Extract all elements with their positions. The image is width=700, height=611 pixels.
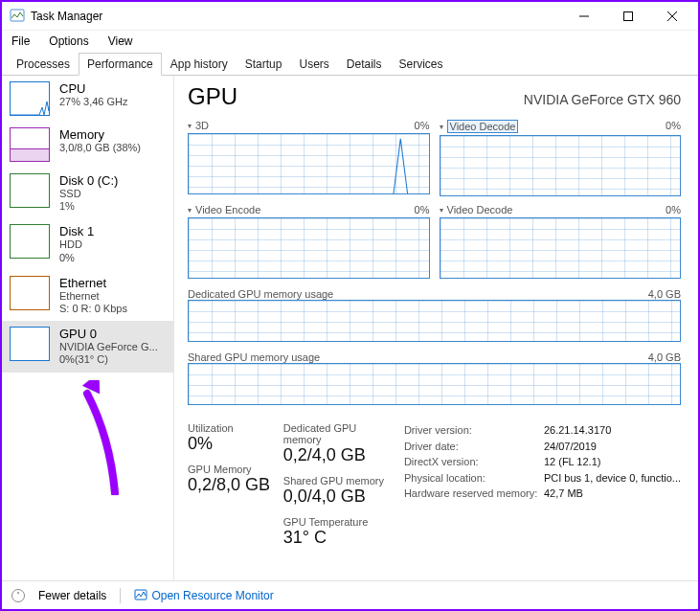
maximize-button[interactable] — [606, 2, 650, 31]
disk1-thumb — [10, 224, 50, 259]
open-resource-monitor-link[interactable]: Open Resource Monitor — [134, 589, 273, 602]
dedicated-mem-max: 4,0 GB — [648, 288, 681, 300]
loc-k: Physical location: — [404, 470, 538, 487]
graph-video-decode[interactable] — [440, 135, 682, 196]
tab-users[interactable]: Users — [290, 53, 337, 76]
menubar: File Options View — [2, 31, 698, 52]
graph-video-decode-label[interactable]: Video Decode — [447, 120, 519, 133]
sidebar-item-disk1[interactable]: Disk 1 HDD 0% — [2, 218, 173, 269]
util-value: 0% — [188, 434, 272, 454]
ded-value: 0,2/4,0 GB — [283, 445, 393, 465]
minimize-button[interactable] — [562, 2, 606, 31]
graph-3d-label[interactable]: 3D — [195, 120, 209, 131]
window-title: Task Manager — [31, 10, 562, 23]
memory-thumb — [10, 127, 50, 162]
sidebar-cpu-title: CPU — [59, 81, 128, 96]
temp-label: GPU Temperature — [283, 516, 393, 528]
sidebar-item-cpu[interactable]: CPU 27% 3,46 GHz — [2, 76, 173, 122]
hw-k: Hardware reserved memory: — [404, 486, 538, 502]
temp-value: 31° C — [283, 528, 393, 548]
fewer-details-link[interactable]: Fewer details — [38, 589, 106, 602]
sidebar-disk1-sub1: HDD — [59, 238, 94, 251]
menu-view[interactable]: View — [106, 33, 135, 50]
sidebar-item-disk0[interactable]: Disk 0 (C:) SSD 1% — [2, 168, 173, 218]
sidebar-disk0-sub1: SSD — [59, 188, 118, 200]
menu-file[interactable]: File — [10, 33, 32, 50]
sidebar-disk0-title: Disk 0 (C:) — [59, 173, 118, 188]
tab-services[interactable]: Services — [391, 53, 452, 76]
chevron-down-icon[interactable]: ▾ — [188, 122, 192, 130]
graph-3d-pct: 0% — [415, 120, 430, 131]
disk0-thumb — [10, 173, 50, 208]
graph-video-encode-pct: 0% — [415, 204, 430, 215]
monitor-icon — [134, 589, 147, 602]
drv-date-v: 24/07/2019 — [544, 439, 597, 455]
tab-bar: Processes Performance App history Startu… — [2, 52, 698, 76]
sidebar-eth-title: Ethernet — [59, 276, 127, 290]
tab-startup[interactable]: Startup — [237, 53, 291, 76]
sidebar-cpu-sub: 27% 3,46 GHz — [59, 96, 128, 108]
titlebar: Task Manager — [2, 2, 698, 31]
graph-video-decode2-label[interactable]: Video Decode — [447, 204, 513, 215]
shared-mem-label: Shared GPU memory usage — [188, 351, 320, 363]
sidebar-gpu-title: GPU 0 — [59, 327, 158, 341]
dx-k: DirectX version: — [404, 454, 538, 470]
tab-performance[interactable]: Performance — [79, 53, 162, 76]
sidebar-eth-sub2: S: 0 R: 0 Kbps — [59, 303, 127, 315]
gpumem-label: GPU Memory — [188, 464, 272, 475]
stats-block: Utilization 0% GPU Memory 0,2/8,0 GB Ded… — [188, 422, 681, 557]
sidebar-item-ethernet[interactable]: Ethernet Ethernet S: 0 R: 0 Kbps — [2, 270, 173, 321]
graph-video-encode-label[interactable]: Video Encode — [195, 204, 260, 215]
chevron-down-icon[interactable]: ▾ — [440, 123, 443, 131]
tab-details[interactable]: Details — [338, 53, 391, 76]
sidebar-item-gpu[interactable]: GPU 0 NVIDIA GeForce G... 0%(31° C) — [2, 321, 173, 372]
graph-dedicated-mem[interactable] — [188, 300, 681, 342]
sidebar-gpu-sub2: 0%(31° C) — [59, 353, 158, 366]
chevron-down-icon[interactable]: ▾ — [188, 206, 192, 215]
gpu-thumb — [10, 327, 50, 361]
content: CPU 27% 3,46 GHz Memory 3,0/8,0 GB (38%)… — [2, 76, 698, 579]
ded-label: Dedicated GPU memory — [283, 422, 393, 445]
dx-v: 12 (FL 12.1) — [544, 454, 601, 470]
chevron-up-icon[interactable]: ˄ — [11, 589, 25, 602]
divider — [120, 588, 121, 603]
sidebar-disk1-title: Disk 1 — [59, 224, 94, 238]
tab-app-history[interactable]: App history — [162, 53, 237, 76]
footer: ˄ Fewer details Open Resource Monitor — [2, 580, 698, 609]
drv-ver-k: Driver version: — [404, 422, 538, 439]
sidebar-eth-sub1: Ethernet — [59, 290, 127, 303]
gpumem-value: 0,2/8,0 GB — [188, 475, 272, 495]
loc-v: PCI bus 1, device 0, functio... — [544, 470, 681, 487]
svg-rect-2 — [624, 11, 633, 20]
tab-processes[interactable]: Processes — [8, 53, 79, 76]
sidebar-disk0-sub2: 1% — [59, 200, 118, 213]
menu-options[interactable]: Options — [47, 33, 90, 50]
page-title: GPU — [188, 83, 237, 110]
open-resource-monitor-label: Open Resource Monitor — [151, 589, 273, 602]
sh-value: 0,0/4,0 GB — [283, 487, 393, 507]
drv-ver-v: 26.21.14.3170 — [544, 422, 611, 439]
sidebar-item-memory[interactable]: Memory 3,0/8,0 GB (38%) — [2, 122, 173, 168]
graph-video-decode2[interactable] — [440, 217, 682, 279]
app-icon — [10, 9, 25, 24]
hw-v: 42,7 MB — [544, 486, 583, 502]
shared-mem-max: 4,0 GB — [648, 351, 681, 363]
gpu-name: NVIDIA GeForce GTX 960 — [524, 92, 681, 107]
graph-video-encode[interactable] — [188, 217, 430, 279]
graph-3d[interactable] — [188, 133, 430, 194]
graph-shared-mem[interactable] — [188, 363, 681, 405]
sh-label: Shared GPU memory — [283, 475, 393, 487]
sidebar-disk1-sub2: 0% — [59, 252, 94, 264]
util-label: Utilization — [188, 422, 272, 434]
ethernet-thumb — [10, 276, 50, 310]
sidebar-memory-sub: 3,0/8,0 GB (38%) — [59, 142, 141, 154]
close-button[interactable] — [650, 2, 694, 31]
cpu-thumb — [10, 81, 50, 116]
graph-video-decode-pct: 0% — [666, 120, 681, 133]
main-panel: GPU NVIDIA GeForce GTX 960 ▾3D 0% ▾Video — [174, 76, 698, 579]
chevron-down-icon[interactable]: ▾ — [440, 206, 443, 215]
sidebar: CPU 27% 3,46 GHz Memory 3,0/8,0 GB (38%)… — [2, 76, 174, 579]
drv-date-k: Driver date: — [404, 439, 538, 455]
graph-video-decode2-pct: 0% — [666, 204, 681, 215]
dedicated-mem-label: Dedicated GPU memory usage — [188, 288, 333, 300]
